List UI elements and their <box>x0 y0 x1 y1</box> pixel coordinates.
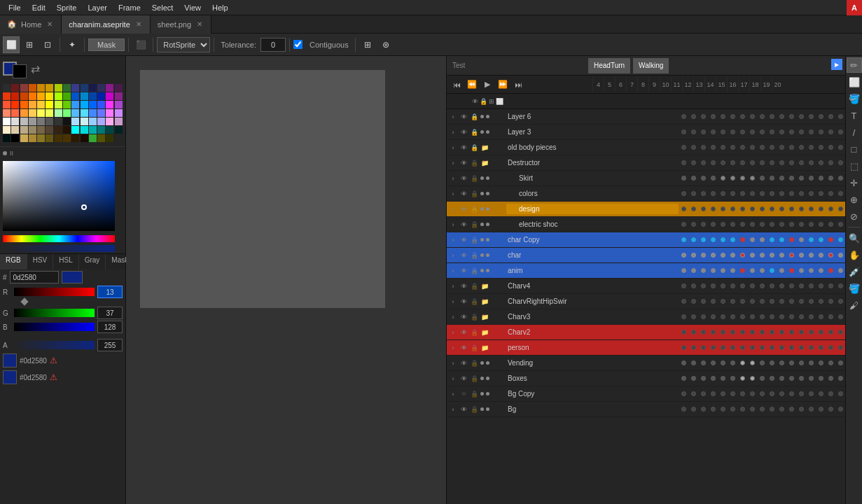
frame-cell[interactable] <box>777 312 786 322</box>
frame-cell[interactable] <box>767 235 777 245</box>
frame-cell[interactable] <box>767 143 777 153</box>
palette-color[interactable] <box>3 92 11 100</box>
frame-cell[interactable] <box>708 358 718 368</box>
layer-expand-btn[interactable]: › <box>448 143 458 153</box>
frame-cell[interactable] <box>806 127 816 137</box>
layer-lock-btn[interactable]: 🔒 <box>469 266 479 276</box>
frame-cell[interactable] <box>698 127 708 137</box>
fill-tool[interactable]: 🪣 <box>847 91 862 106</box>
color-gradient[interactable] <box>3 161 115 231</box>
frame-cell[interactable] <box>708 328 718 337</box>
frame-cell[interactable] <box>728 358 737 368</box>
table-row[interactable]: ›👁🔒electric shoc <box>447 217 845 232</box>
frame-cell[interactable] <box>777 405 786 414</box>
frame-cell[interactable] <box>786 235 796 245</box>
frame-cell[interactable] <box>679 328 688 337</box>
palette-color[interactable] <box>115 109 123 117</box>
layer-lock-btn[interactable]: 🔒 <box>469 158 479 168</box>
frame-cell[interactable] <box>777 127 786 137</box>
frame-cell[interactable] <box>816 297 826 307</box>
layer-visibility-btn[interactable]: 👁 <box>459 158 468 168</box>
frame-cell[interactable] <box>767 220 777 230</box>
layer-expand-btn[interactable]: › <box>448 235 458 245</box>
frame-cell[interactable] <box>835 158 845 168</box>
palette-color[interactable] <box>46 126 53 134</box>
frame-cell[interactable] <box>728 328 737 337</box>
tab-charanim[interactable]: charanim.aseprite ✕ <box>62 15 150 34</box>
frame-cell[interactable] <box>688 235 698 245</box>
frame-cell[interactable] <box>728 189 737 199</box>
frame-cell[interactable] <box>826 389 835 399</box>
frame-cell[interactable] <box>698 174 708 183</box>
palette-color[interactable] <box>55 118 62 125</box>
frame-cell[interactable] <box>728 220 737 230</box>
frame-cell[interactable] <box>777 220 786 230</box>
frame-cell[interactable] <box>767 343 777 353</box>
layer-expand-btn[interactable]: › <box>448 220 458 230</box>
pencil-tool[interactable]: ✏ <box>847 57 862 73</box>
table-row[interactable]: ›👁🔒📁Charv4 <box>447 279 845 294</box>
palette-color[interactable] <box>71 84 79 92</box>
frame-cell[interactable] <box>747 251 757 260</box>
table-row[interactable]: ›👁🔒📁person <box>447 340 845 356</box>
frame-cell[interactable] <box>757 389 767 399</box>
frame-cell[interactable] <box>708 251 718 260</box>
frame-cell[interactable] <box>757 266 767 276</box>
layer-visibility-btn[interactable]: 👁 <box>459 389 468 399</box>
frame-cell[interactable] <box>777 281 786 291</box>
g-input[interactable] <box>97 307 123 319</box>
bottom-swatch-1[interactable] <box>3 354 17 368</box>
frame-cell[interactable] <box>757 328 767 337</box>
palette-color[interactable] <box>97 126 105 134</box>
table-row[interactable]: ›👁🔒Boxes <box>447 371 845 386</box>
table-row[interactable]: ›👁🔒📁Destructor <box>447 155 845 171</box>
frame-cell[interactable] <box>777 297 786 307</box>
frame-cell[interactable] <box>816 281 826 291</box>
frame-cell[interactable] <box>728 374 737 384</box>
frame-cell[interactable] <box>737 312 747 322</box>
frame-cell[interactable] <box>747 143 757 153</box>
layer-visibility-btn[interactable]: 👁 <box>459 343 468 353</box>
frame-cell[interactable] <box>688 189 698 199</box>
palette-color[interactable] <box>37 92 45 100</box>
a-input[interactable] <box>97 339 123 351</box>
layer-expand-btn[interactable]: › <box>448 266 458 276</box>
frame-cell[interactable] <box>777 358 786 368</box>
frame-cell[interactable] <box>728 174 737 183</box>
frame-cell[interactable] <box>777 235 786 245</box>
layer-lock-btn[interactable]: 🔒 <box>469 143 479 153</box>
frame-cell[interactable] <box>728 235 737 245</box>
frame-cell[interactable] <box>835 235 845 245</box>
frame-cell[interactable] <box>757 297 767 307</box>
frame-cell[interactable] <box>698 266 708 276</box>
frame-cell[interactable] <box>835 328 845 337</box>
frame-cell[interactable] <box>806 112 816 122</box>
hand-tool[interactable]: ✋ <box>847 247 862 262</box>
next-frame-btn[interactable]: ⏩ <box>496 78 510 92</box>
frame-cell[interactable] <box>835 343 845 353</box>
layer-expand-btn[interactable]: › <box>448 112 458 122</box>
layer-visibility-btn[interactable]: 👁 <box>459 297 468 307</box>
palette-color[interactable] <box>63 109 71 117</box>
frame-cell[interactable] <box>718 405 728 414</box>
frame-cell[interactable] <box>708 112 718 122</box>
frame-cell[interactable] <box>816 174 826 183</box>
frame-cell[interactable] <box>737 281 747 291</box>
table-row[interactable]: ›👁🔒📁Charv2 <box>447 325 845 340</box>
rect-select-tool[interactable]: ⬜ <box>3 36 20 53</box>
frame-cell[interactable] <box>816 143 826 153</box>
palette-color[interactable] <box>106 134 113 142</box>
frame-cell[interactable] <box>786 112 796 122</box>
frame-cell[interactable] <box>806 389 816 399</box>
frame-cell[interactable] <box>826 251 835 260</box>
frame-cell[interactable] <box>728 251 737 260</box>
frame-cell[interactable] <box>679 235 688 245</box>
palette-color[interactable] <box>63 126 71 134</box>
frame-cell[interactable] <box>679 358 688 368</box>
frame-cell[interactable] <box>757 204 767 214</box>
frame-cell[interactable] <box>786 405 796 414</box>
palette-color[interactable] <box>71 134 79 142</box>
layer-lock-btn[interactable]: 🔒 <box>469 174 479 183</box>
palette-color[interactable] <box>3 134 11 142</box>
palette-color[interactable] <box>63 84 71 92</box>
